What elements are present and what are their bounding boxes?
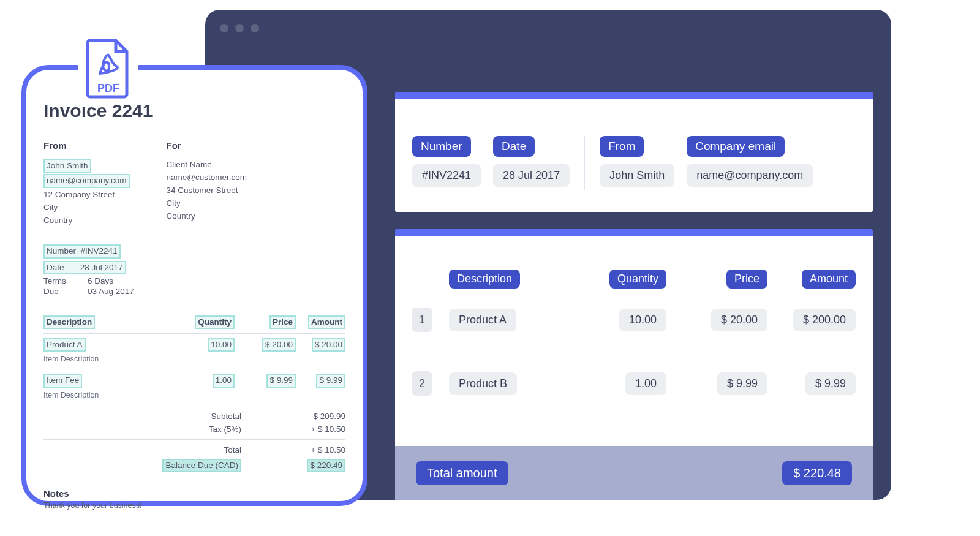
item-row: 1 Product A 10.00 $ 20.00 $ 200.00 [412,308,856,332]
value-date: 28 Jul 2017 [493,164,570,187]
item-row: 2 Product B 1.00 $ 9.99 $ 9.99 [412,371,856,396]
col-header-quantity: Quantity [609,270,666,289]
col-header-price: Price [726,270,767,289]
for-country: Country [167,211,195,221]
items-divider [412,296,856,296]
pdf-item-row: Product A 10.00 $ 20.00 $ 20.00 [43,334,345,356]
notes-heading: Notes [43,488,345,499]
balance-due-value: $ 220.49 [307,459,345,472]
item-quantity: 10.00 [619,309,666,331]
traffic-light-close-icon[interactable] [220,24,228,32]
summary-group-email: Company email name@company.com [687,136,813,190]
label-number: Number [412,136,471,157]
item-amount: $ 200.00 [793,309,856,331]
extracted-items-panel: Description Quantity Price Amount 1 Prod… [395,229,873,500]
item-price: $ 20.00 [711,309,767,331]
pdf-col-amount: Amount [308,315,345,329]
for-heading: For [167,138,247,153]
value-company-email: name@company.com [687,164,813,187]
for-city: City [167,198,181,208]
item-quantity: 1.00 [625,372,666,395]
total-amount-value: $ 220.48 [782,461,852,485]
pdf-col-description: Description [43,315,95,329]
item-price: $ 9.99 [717,372,767,395]
value-number: #INV2241 [412,164,481,187]
svg-text:PDF: PDF [97,82,119,94]
pdf-line-items-table: Description Quantity Price Amount Produc… [43,311,345,475]
pdf-file-icon: PDF [78,32,138,105]
notes-block: Notes Thank you for your business! [43,488,345,510]
traffic-light-minimize-icon[interactable] [235,24,244,32]
from-name: John Smith [43,159,91,173]
from-heading: From [43,138,130,153]
vertical-divider [584,136,585,190]
value-from: John Smith [600,164,674,187]
items-header-row: Description Quantity Price Amount [412,270,856,289]
extracted-summary-panel: Number #INV2241 Date 28 Jul 2017 From Jo… [395,92,873,212]
row-index: 1 [412,308,432,332]
item-description: Product B [449,372,517,395]
pdf-item-row: Item Fee 1.00 $ 9.99 $ 9.99 [43,369,345,391]
for-name: Client Name [167,160,212,169]
summary-group-date: Date 28 Jul 2017 [493,136,570,190]
label-date: Date [493,136,535,157]
balance-due-label: Balance Due (CAD) [162,459,241,472]
pdf-col-quantity: Quantity [195,315,235,329]
from-block: From John Smith name@company.com 12 Comp… [43,138,130,227]
pdf-totals: Subtotal$ 209.99 Tax (5%)+ $ 10.50 Total… [43,410,345,475]
total-bar: Total amount $ 220.48 [395,446,873,500]
for-block: For Client Name name@customer.com 34 Cus… [167,138,247,227]
summary-group-number: Number #INV2241 [412,136,481,190]
col-header-amount: Amount [802,270,856,289]
traffic-light-zoom-icon[interactable] [251,24,259,32]
for-street: 34 Customer Street [167,186,238,195]
from-country: Country [43,216,72,225]
for-email: name@customer.com [167,173,247,182]
row-index: 2 [412,371,432,396]
item-amount: $ 9.99 [805,372,856,395]
notes-body: Thank you for your business! [43,501,345,510]
item-description: Product A [449,309,516,331]
pdf-col-price: Price [270,315,296,329]
from-street: 12 Company Street [43,190,115,199]
pdf-invoice-card: PDF Invoice 2241 From John Smith name@co… [21,65,368,506]
from-email: name@company.com [43,174,130,187]
from-city: City [43,203,58,212]
label-from: From [600,136,644,157]
label-company-email: Company email [687,136,785,157]
invoice-meta: Number #INV2241 Date 28 Jul 2017 Terms6 … [43,244,345,295]
total-amount-label: Total amount [416,461,508,485]
col-header-description: Description [449,270,520,289]
window-titlebar [205,10,891,47]
summary-group-from: From John Smith [600,136,674,190]
